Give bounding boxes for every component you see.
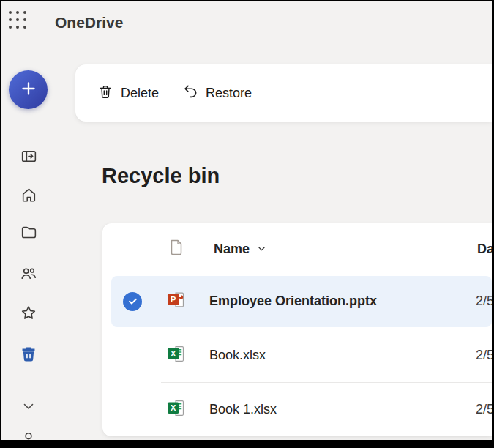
table-header-row: Name Da (102, 223, 492, 275)
add-new-button[interactable] (9, 70, 48, 109)
delete-button[interactable]: Delete (89, 78, 168, 109)
svg-text:X: X (171, 349, 176, 358)
name-column-label: Name (214, 242, 250, 257)
sidebar-expand-chevron[interactable] (18, 396, 40, 418)
restore-button-label: Restore (206, 86, 252, 101)
app-launcher-waffle-icon[interactable] (9, 11, 29, 31)
panel-toggle-icon (20, 147, 38, 168)
trash-icon (19, 345, 38, 366)
excel-icon: X (167, 399, 187, 420)
selected-check-icon[interactable] (123, 292, 142, 311)
file-type-column-icon-cell (155, 239, 198, 259)
recycle-bin-table: Name Da (102, 223, 492, 436)
table-row[interactable]: X Book 1.xlsx 2/5 (102, 382, 492, 436)
star-icon (19, 304, 38, 325)
sidebar-item-recycle-bin[interactable] (18, 344, 40, 366)
date-deleted-column-header[interactable]: Da (477, 242, 492, 257)
restore-button[interactable]: Restore (173, 77, 261, 109)
delete-button-label: Delete (121, 86, 159, 101)
table-row[interactable]: X Book.xlsx 2/5 (102, 329, 492, 383)
sidebar-item-account[interactable] (18, 429, 40, 440)
powerpoint-icon: P (167, 291, 187, 312)
sidebar-item-my-files[interactable] (18, 223, 40, 244)
file-date-deleted: 2/5 (476, 402, 492, 417)
file-name[interactable]: Employee Orientation.pptx (209, 294, 377, 309)
sidebar-item-shared[interactable] (18, 264, 40, 285)
file-date-deleted: 2/5 (476, 348, 492, 363)
trash-outline-icon (98, 84, 113, 102)
restore-undo-icon (182, 83, 198, 102)
file-name[interactable]: Book 1.xlsx (209, 402, 277, 417)
person-icon (19, 430, 38, 441)
excel-icon: X (167, 345, 187, 366)
plus-icon (20, 80, 37, 100)
document-icon (169, 239, 184, 259)
table-row[interactable]: P Employee Orientation.pptx 2/5 (102, 275, 492, 329)
chevron-down-icon (20, 398, 37, 417)
chevron-down-icon (257, 242, 266, 257)
svg-text:X: X (171, 403, 176, 412)
file-name[interactable]: Book.xlsx (209, 348, 266, 363)
name-column-header[interactable]: Name (209, 241, 271, 258)
sidebar-item-favorites[interactable] (18, 303, 40, 325)
svg-text:P: P (171, 296, 176, 305)
sidebar-item-home[interactable] (18, 185, 40, 207)
people-icon (19, 264, 38, 285)
onedrive-window: OneDrive Delete (1, 1, 492, 440)
screenshot-frame: OneDrive Delete (0, 0, 494, 448)
home-icon (20, 186, 38, 206)
command-toolbar: Delete Restore (75, 64, 492, 122)
sidebar-item-panel-toggle[interactable] (18, 146, 40, 168)
row-divider (161, 382, 492, 383)
app-title: OneDrive (55, 14, 123, 31)
folder-icon (20, 223, 38, 244)
file-date-deleted: 2/5 (476, 294, 492, 309)
page-title: Recycle bin (102, 164, 220, 188)
